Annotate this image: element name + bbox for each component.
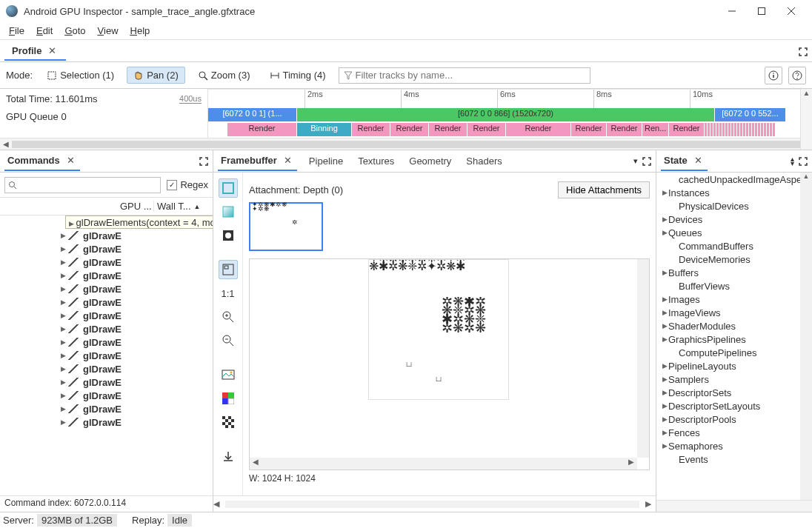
- gpu-sub-block[interactable]: Render: [607, 123, 642, 136]
- command-item[interactable]: ▶glDrawE: [0, 375, 213, 389]
- command-item[interactable]: ▶glDrawE: [0, 349, 213, 362]
- state-item[interactable]: BufferViews: [656, 279, 812, 293]
- state-item[interactable]: ▶Devices: [656, 213, 812, 226]
- fb-vscroll[interactable]: [637, 259, 649, 458]
- state-item[interactable]: ▶ImageViews: [656, 306, 812, 319]
- gpu-sub-block[interactable]: Render: [429, 123, 467, 136]
- command-item[interactable]: ▶glDrawE: [0, 229, 213, 242]
- pan-button[interactable]: Pan (2): [127, 67, 185, 84]
- state-item[interactable]: PhysicalDevices: [656, 199, 812, 213]
- state-item[interactable]: ▶Fences: [656, 426, 812, 439]
- channels-icon[interactable]: [219, 389, 238, 408]
- hide-attachments-button[interactable]: Hide Attachments: [558, 181, 650, 198]
- fb-thumbnail[interactable]: ✦✲❋✱✲❋✦✲❋ ✲: [249, 202, 323, 251]
- command-item[interactable]: ▶glDrawE: [0, 269, 213, 282]
- fullscreen-icon[interactable]: [799, 157, 808, 166]
- command-item[interactable]: ▶glDrawE: [0, 322, 213, 335]
- close-button[interactable]: [776, 0, 806, 22]
- zoom-out-icon[interactable]: [219, 331, 238, 350]
- state-item[interactable]: DeviceMemories: [656, 253, 812, 266]
- state-item[interactable]: ▶Semaphores: [656, 439, 812, 452]
- chevron-down-icon[interactable]: ▾: [633, 156, 638, 166]
- one-to-one-icon[interactable]: 1:1: [219, 284, 238, 303]
- ruler[interactable]: 2ms4ms6ms8ms10ms: [208, 89, 812, 108]
- menu-file[interactable]: File: [3, 24, 30, 38]
- selection-button[interactable]: Selection (1): [40, 67, 121, 84]
- gpu-sub-block[interactable]: Render: [227, 123, 297, 136]
- state-item[interactable]: ▶PipelineLayouts: [656, 359, 812, 372]
- menu-edit[interactable]: Edit: [30, 24, 59, 38]
- gpu-sub-block[interactable]: Render: [571, 123, 607, 136]
- state-item[interactable]: Events: [656, 452, 812, 466]
- menu-goto[interactable]: Goto: [59, 24, 91, 38]
- state-item[interactable]: ▶ShaderModules: [656, 319, 812, 332]
- info-button[interactable]: [765, 67, 782, 84]
- zoom-in-icon[interactable]: [219, 307, 238, 327]
- state-item[interactable]: cachedUnpackedImageAspect: [656, 173, 812, 186]
- tab-shaders[interactable]: Shaders: [459, 152, 509, 170]
- command-item[interactable]: ▶glDrawE: [0, 255, 213, 269]
- col-gpu[interactable]: GPU ...: [117, 201, 154, 212]
- zoom-button[interactable]: Zoom (3): [191, 67, 257, 84]
- state-item[interactable]: ▶DescriptorSets: [656, 386, 812, 399]
- timeline-hscroll[interactable]: ◀▶: [0, 138, 812, 150]
- close-icon[interactable]: ✕: [282, 155, 294, 166]
- prev-icon[interactable]: ◀: [213, 499, 219, 509]
- command-item[interactable]: ▶glDrawE: [0, 335, 213, 349]
- state-item[interactable]: ▶Queues: [656, 226, 812, 239]
- state-item[interactable]: ▶DescriptorSetLayouts: [656, 399, 812, 412]
- timeline-vscroll[interactable]: ▲: [800, 89, 812, 150]
- command-item[interactable]: ▶glDrawE: [0, 362, 213, 375]
- state-tree[interactable]: ▲ cachedUnpackedImageAspect▶InstancesPhy…: [656, 173, 812, 500]
- gpu-stripe[interactable]: [773, 123, 776, 136]
- gpu-sub-block[interactable]: Render: [669, 123, 705, 136]
- command-item[interactable]: ▶glDrawE: [0, 242, 213, 255]
- state-item[interactable]: ▶GraphicsPipelines: [656, 332, 812, 346]
- command-item[interactable]: ▶glDrawE: [0, 282, 213, 295]
- tab-geometry[interactable]: Geometry: [402, 152, 459, 170]
- overlay-icon[interactable]: [219, 226, 238, 245]
- command-item[interactable]: ▶glDrawE: [0, 309, 213, 322]
- gpu-sub-block[interactable]: Render: [390, 123, 429, 136]
- command-item[interactable]: ▶glDrawE: [0, 415, 213, 429]
- command-list[interactable]: ▶ glDrawElements(context = 4, mode = GL_…: [0, 215, 213, 495]
- menu-help[interactable]: Help: [124, 24, 156, 38]
- tab-profile[interactable]: Profile ✕: [4, 42, 66, 61]
- help-button[interactable]: [788, 67, 806, 84]
- maximize-button[interactable]: [747, 0, 776, 22]
- state-item[interactable]: ComputePipelines: [656, 346, 812, 359]
- image-icon[interactable]: [219, 365, 238, 384]
- state-item[interactable]: CommandBuffers: [656, 239, 812, 253]
- regex-checkbox[interactable]: ✓Regex: [167, 179, 208, 190]
- fullscreen-icon[interactable]: [199, 157, 208, 166]
- save-icon[interactable]: [219, 447, 238, 466]
- next-icon[interactable]: ▶: [645, 499, 651, 509]
- command-item[interactable]: ▶glDrawE: [0, 402, 213, 415]
- gpu-block[interactable]: [6072 0 0 1] (1...: [208, 108, 297, 121]
- gpu-sub-block[interactable]: Render: [467, 123, 506, 136]
- checker-icon[interactable]: [219, 412, 238, 432]
- expand-icon[interactable]: ▴▾: [791, 157, 794, 166]
- gpu-sub-block[interactable]: Binning: [297, 123, 352, 136]
- gpu-sub-block[interactable]: Render: [352, 123, 390, 136]
- fb-hscroll[interactable]: ◀▶: [250, 458, 637, 469]
- close-icon[interactable]: ✕: [46, 45, 59, 56]
- depth-attach-icon[interactable]: [219, 202, 238, 221]
- menu-view[interactable]: View: [92, 24, 124, 38]
- fullscreen-icon[interactable]: [642, 157, 651, 166]
- state-item[interactable]: ▶DescriptorPools: [656, 412, 812, 426]
- state-item[interactable]: ▶Instances: [656, 186, 812, 199]
- close-icon[interactable]: ✕: [64, 155, 77, 166]
- state-item[interactable]: ▶Buffers: [656, 266, 812, 279]
- tab-commands[interactable]: Commands✕: [4, 151, 80, 171]
- fit-icon[interactable]: [219, 260, 238, 279]
- close-icon[interactable]: ✕: [692, 155, 705, 166]
- gpu-block[interactable]: [6072 0 0 866] (1520x720): [297, 108, 715, 121]
- filter-input[interactable]: Filter tracks by name...: [339, 67, 590, 84]
- timing-button[interactable]: Timing (4): [263, 67, 333, 84]
- command-item[interactable]: ▶glDrawE: [0, 295, 213, 309]
- minimize-button[interactable]: [717, 0, 747, 22]
- gpu-track[interactable]: [6072 0 0 1] (1...[6072 0 0 866] (1520x7…: [207, 108, 812, 138]
- gpu-sub-block[interactable]: Render: [506, 123, 571, 136]
- tab-pipeline[interactable]: Pipeline: [302, 152, 350, 170]
